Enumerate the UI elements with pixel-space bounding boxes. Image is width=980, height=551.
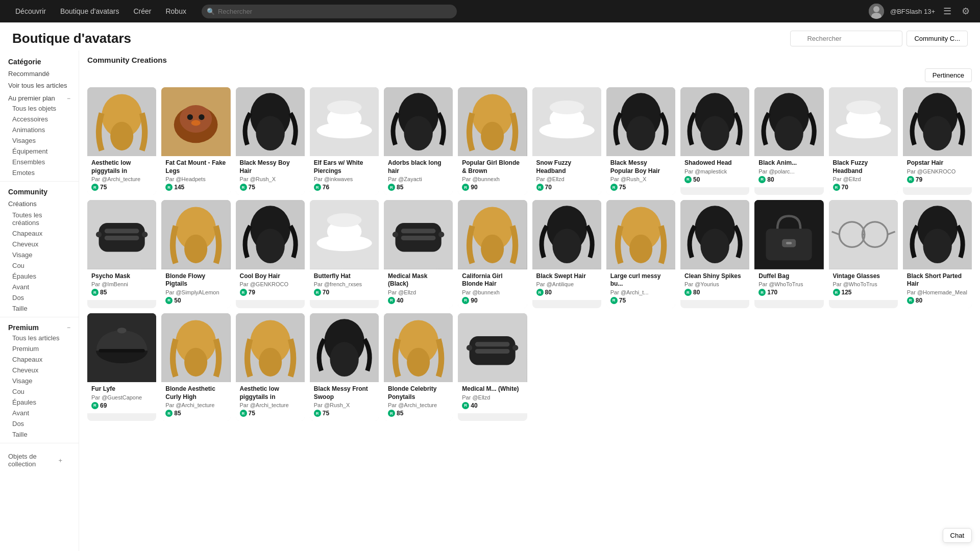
sidebar-au-premier-plan-collapse[interactable]: − <box>67 95 70 102</box>
robux-icon: R <box>833 184 840 191</box>
robux-icon: R <box>91 402 99 409</box>
item-creator: Par @Archi_t... <box>610 289 671 295</box>
sidebar-sub-ensembles[interactable]: Ensembles <box>0 157 79 167</box>
sidebar-sub-emotes[interactable]: Emotes <box>0 167 79 178</box>
sidebar-premium-cou[interactable]: Cou <box>0 386 79 397</box>
item-info: Fur Lyfe Par @GuestCapone R 69 <box>87 382 156 413</box>
nav-decouvrir[interactable]: Découvrir <box>8 0 53 22</box>
svg-point-5 <box>110 122 133 151</box>
sidebar-sub-cheveux[interactable]: Cheveux <box>0 239 79 249</box>
top-search-input[interactable] <box>202 5 457 18</box>
item-card[interactable]: Black Short Parted Hair Par @Homemade_Me… <box>903 200 972 308</box>
sidebar-sub-visage[interactable]: Visage <box>0 249 79 260</box>
item-card[interactable]: Butterfly Hat Par @french_rxses R 70 <box>310 200 379 308</box>
sidebar-sub-equipement[interactable]: Équipement <box>0 146 79 157</box>
item-card[interactable]: Elf Ears w/ White Piercings Par @inkwave… <box>310 87 379 195</box>
item-card[interactable]: Black Messy Boy Hair Par @Rush_X R 75 <box>236 87 305 195</box>
item-thumbnail <box>606 87 675 156</box>
sidebar-sub-dos[interactable]: Dos <box>0 292 79 303</box>
item-card[interactable]: Fat Cat Mount - Fake Legs Par @Headpets … <box>161 87 230 195</box>
svg-point-24 <box>481 122 504 151</box>
sidebar-sub-accessoires[interactable]: Accessoires <box>0 114 79 124</box>
item-thumbnail <box>310 87 379 156</box>
item-card[interactable]: Adorbs black long hair Par @Zayacti R 85 <box>384 87 453 195</box>
sidebar-item-voir-tous[interactable]: Voir tous les articles <box>0 80 79 91</box>
avatar <box>869 4 884 19</box>
robux-icon: R <box>907 297 914 304</box>
item-card[interactable]: Vintage Glasses Par @WhoToTrus R 125 <box>829 200 898 308</box>
community-filter-button[interactable]: Community C... <box>906 31 968 46</box>
sidebar-premium-chapeaux[interactable]: Chapeaux <box>0 354 79 365</box>
nav-boutique[interactable]: Boutique d'avatars <box>53 0 127 22</box>
item-card[interactable]: Popstar Hair Par @GENKROCO R 79 <box>903 87 972 195</box>
robux-icon: R <box>240 184 247 191</box>
chat-nav-icon[interactable]: ☰ <box>941 4 953 19</box>
item-card[interactable]: Snow Fuzzy Headband Par @Ellzd R 70 <box>532 87 601 195</box>
sidebar-premium-tous[interactable]: Tous les articles <box>0 333 79 343</box>
settings-nav-icon[interactable]: ⚙ <box>960 4 972 19</box>
sidebar-premium-epaules[interactable]: Épaules <box>0 397 79 408</box>
item-card[interactable]: Blonde Celebrity Ponytails Par @Archi_te… <box>384 313 453 421</box>
sidebar-collection-add-icon[interactable]: + <box>58 457 70 464</box>
item-name: Popular Girl Blonde & Brown <box>462 159 523 175</box>
nav-links: Découvrir Boutique d'avatars Créer Robux <box>8 0 193 22</box>
item-card[interactable]: Black Messy Front Swoop Par @Rush_X R 75 <box>310 313 379 421</box>
sidebar-premium-premium[interactable]: Premium <box>0 343 79 354</box>
item-card[interactable]: Medical Mask (Black) Par @Ellzd R 40 <box>384 200 453 308</box>
sidebar-sub-avant[interactable]: Avant <box>0 282 79 292</box>
item-card[interactable]: Black Anim... Par @polarc... R 80 <box>754 87 823 195</box>
filter-pertinence-button[interactable]: Pertinence <box>925 68 972 82</box>
header-search-input[interactable] <box>790 31 902 46</box>
sidebar-sub-epaules[interactable]: Épaules <box>0 271 79 282</box>
svg-point-65 <box>393 232 398 237</box>
sidebar-sub-chapeaux[interactable]: Chapeaux <box>0 228 79 239</box>
item-price-value: 80 <box>767 176 774 183</box>
svg-rect-63 <box>401 229 436 234</box>
sidebar-item-recommande[interactable]: Recommandé <box>0 68 79 80</box>
svg-point-9 <box>187 114 193 120</box>
sidebar-sub-animations[interactable]: Animations <box>0 124 79 135</box>
item-card[interactable]: Aesthetic low piggytails in Par @Archi_t… <box>87 87 156 195</box>
svg-rect-48 <box>105 236 139 240</box>
sidebar-premium-avant[interactable]: Avant <box>0 408 79 418</box>
sidebar-collection-label[interactable]: Objets de collection <box>8 449 58 471</box>
item-card[interactable]: Medical M... (White) Par @Ellzd R 40 <box>458 313 527 421</box>
robux-icon: R <box>610 297 618 304</box>
item-card[interactable]: Black Messy Popular Boy Hair Par @Rush_X… <box>606 87 675 195</box>
item-card[interactable]: Duffel Bag Par @WhoToTrus R 170 <box>754 200 823 308</box>
sidebar-sub-tous-objets[interactable]: Tous les objets <box>0 103 79 114</box>
item-card[interactable]: Black Fuzzy Headband Par @Ellzd R 70 <box>829 87 898 195</box>
item-card[interactable]: Psycho Mask Par @ImBenni R 85 <box>87 200 156 308</box>
item-creator: Par @Zayacti <box>388 176 449 182</box>
robux-icon: R <box>314 289 321 296</box>
sidebar-sub-taille[interactable]: Taille <box>0 303 79 314</box>
sidebar-au-premier-plan-label[interactable]: Au premier plan <box>8 94 55 102</box>
nav-creer[interactable]: Créer <box>126 0 158 22</box>
item-card[interactable]: Cool Boy Hair Par @GENKROCO R 79 <box>236 200 305 308</box>
sidebar-sub-toutes-creations[interactable]: Toutes les créations <box>0 210 79 228</box>
sidebar-premium-taille[interactable]: Taille <box>0 429 79 440</box>
sidebar-sub-visages[interactable]: Visages <box>0 135 79 146</box>
item-card[interactable]: Shadowed Head Par @maplestick R 50 <box>680 87 749 195</box>
item-card[interactable]: Fur Lyfe Par @GuestCapone R 69 <box>87 313 156 421</box>
svg-point-72 <box>552 229 581 264</box>
item-card[interactable]: Popular Girl Blonde & Brown Par @bunnexh… <box>458 87 527 195</box>
item-card[interactable]: Blonde Flowy Pigtails Par @SimplyALemon … <box>161 200 230 308</box>
item-card[interactable]: Black Swept Hair Par @Antilique R 80 <box>532 200 601 308</box>
item-card[interactable]: California Girl Blonde Hair Par @bunnexh… <box>458 200 527 308</box>
item-card[interactable]: Aesthetic low piggytails in Par @Archi_t… <box>236 313 305 421</box>
nav-robux[interactable]: Robux <box>158 0 193 22</box>
sidebar-sub-cou[interactable]: Cou <box>0 260 79 271</box>
sidebar-premium-dos[interactable]: Dos <box>0 418 79 429</box>
sidebar-premium-collapse[interactable]: − <box>67 324 70 331</box>
item-card[interactable]: Blonde Aesthetic Curly High Par @Archi_t… <box>161 313 230 421</box>
chat-button[interactable]: Chat <box>943 528 972 543</box>
sidebar-community-label: Community <box>0 185 79 198</box>
item-creator: Par @Ellzd <box>462 394 523 400</box>
item-card[interactable]: Clean Shiny Spikes Par @Yourius R 80 <box>680 200 749 308</box>
sidebar-premium-cheveux[interactable]: Cheveux <box>0 365 79 375</box>
svg-point-69 <box>481 235 504 263</box>
item-card[interactable]: Large curl messy bu... Par @Archi_t... R… <box>606 200 675 308</box>
item-name: Aesthetic low piggytails in <box>240 385 301 401</box>
sidebar-premium-visage[interactable]: Visage <box>0 375 79 386</box>
